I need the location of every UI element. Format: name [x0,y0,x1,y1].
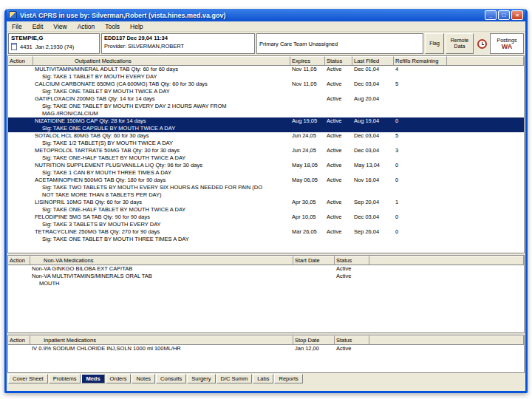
med-sig: Sig: TAKE ONE TABLET BY MOUTH TWICE A DA… [35,88,289,95]
med-name: TETRACYCLINE 250MG TAB Qty: 270 for 90 d… [35,228,289,236]
med-last-filled: Aug 19,04 [352,117,394,132]
med-name-cell: ACETAMINOPHEN 500MG TAB Qty: 180 for 90 … [33,177,290,199]
column-header-outpatient-medications: Outpatient Medications [33,56,290,66]
med-name: METOPROLOL TARTRATE 50MG TAB Qty: 30 for… [35,147,289,154]
nonva-medications-list[interactable]: Non-VA GINKGO BILOBA EXT CAP/TABActiveNo… [8,265,524,332]
med-name-cell: SOTALOL HCL 80MG TAB Qty: 60 for 30 days… [33,132,290,147]
med-last-filled: Dec 03,04 [352,81,394,95]
med-row[interactable]: NUTRITION SUPPLEMENT PLUS/VANILLA LIQ Qt… [8,162,524,177]
nonva-med-row[interactable]: Non-VA GINKGO BILOBA EXT CAP/TABActive [8,265,524,273]
med-filler-cell [447,199,524,214]
med-refills: 0 [394,177,447,199]
med-status: Active [325,117,352,132]
nonva-med-row[interactable]: Non-VA MULTIVITAMINS/MINERALS ORAL TABMO… [8,273,524,287]
med-row[interactable]: SOTALOL HCL 80MG TAB Qty: 60 for 30 days… [8,132,524,147]
column-header-spacer [369,256,524,265]
menu-view[interactable]: View [48,23,72,30]
close-button[interactable]: × [511,10,523,20]
remote-data-button[interactable]: Remote Data [446,33,474,54]
care-team-text: Primary Care Team Unassigned [259,41,338,47]
med-name: CALCIUM CARBONATE 650MG (CA 600MG) TAB Q… [35,81,289,88]
med-status: Active [335,273,369,287]
med-filler-cell [447,147,524,162]
reminders-button[interactable] [475,33,488,54]
med-expires: Nov 11,05 [290,81,325,95]
med-name: Non-VA GINKGO BILOBA EXT CAP/TAB [32,265,292,273]
med-refills: 5 [394,132,447,147]
tab-d-c-summ[interactable]: D/C Summ [216,374,253,383]
inpatient-medications-list[interactable]: IV 0.9% SODIUM CHLORIDE INJ,SOLN 1000 ml… [8,345,524,372]
med-refills: 0 [394,214,447,228]
med-row[interactable]: METOPROLOL TARTRATE 50MG TAB Qty: 30 for… [8,147,524,162]
tab-cover-sheet[interactable]: Cover Sheet [8,374,48,383]
nonva-medications-panel: ActionNon-VA MedicationsStart DateStatus… [7,255,525,333]
tab-meds[interactable]: Meds [81,374,104,383]
minimize-button[interactable]: _ [485,10,497,20]
med-name-cell: LISINOPRIL 10MG TAB Qty: 60 for 30 daysS… [33,199,290,214]
status-strip [7,384,525,391]
menu-tools[interactable]: Tools [100,23,125,30]
postings-button[interactable]: Postings WA [490,33,524,54]
med-status: Active [325,214,352,228]
inpatient-med-row[interactable]: IV 0.9% SODIUM CHLORIDE INJ,SOLN 1000 ml… [8,345,524,352]
column-header-spacer [447,56,524,66]
maximize-button[interactable]: □ [498,10,510,20]
tab-reports[interactable]: Reports [274,374,302,383]
chart-tabs: Cover SheetProblemsMedsOrdersNotesConsul… [7,373,525,384]
menu-help[interactable]: Help [125,23,148,30]
med-sig: MOUTH [32,280,292,287]
med-row[interactable]: ACETAMINOPHEN 500MG TAB Qty: 180 for 90 … [8,177,524,199]
med-status: Active [325,132,352,147]
med-row[interactable]: GATIFLOXACIN 200MG TAB Qty: 14 for 14 da… [8,95,524,117]
outpatient-medications-list[interactable]: MULTIVITAMIN/MINERAL ADULT TAB Qty: 60 f… [8,66,524,253]
med-row[interactable]: TETRACYCLINE 250MG TAB Qty: 270 for 90 d… [8,228,524,243]
med-filler-cell [447,177,524,199]
flag-button[interactable]: Flag [425,33,444,54]
med-sig: Sig: TAKE 1 TABLET BY MOUTH EVERY DAY [35,73,289,81]
med-refills: 5 [394,81,447,95]
med-refills: 0 [394,162,447,177]
menu-edit[interactable]: Edit [27,23,49,30]
postings-label: Postings [497,38,517,43]
postings-value: WA [502,43,513,50]
med-name: Non-VA MULTIVITAMINS/MINERALS ORAL TAB [32,273,292,280]
patient-info-button[interactable]: STEMPIE,G 4431 Jan 2,1930 (74) [8,33,100,54]
med-expires: Nov 11,05 [290,66,325,81]
med-action-cell [8,199,33,214]
tab-surgery[interactable]: Surgery [187,374,215,383]
med-last-filled: Dec 03,04 [352,214,394,228]
med-name: SOTALOL HCL 80MG TAB Qty: 60 for 30 days [35,132,289,140]
med-row[interactable]: FELODIPINE 5MG SA TAB Qty: 90 for 90 day… [8,214,524,228]
tab-problems[interactable]: Problems [49,374,81,383]
menu-action[interactable]: Action [72,23,100,30]
tab-orders[interactable]: Orders [106,374,132,383]
med-name-cell: TETRACYCLINE 250MG TAB Qty: 270 for 90 d… [33,228,290,243]
med-row[interactable]: LISINOPRIL 10MG TAB Qty: 60 for 30 daysS… [8,199,524,214]
tab-notes[interactable]: Notes [132,374,155,383]
med-row[interactable]: MULTIVITAMIN/MINERAL ADULT TAB Qty: 60 f… [8,66,524,81]
med-row[interactable]: NIZATIDINE 150MG CAP Qty: 28 for 14 days… [8,117,524,132]
med-action-cell [8,66,33,81]
visit-info-button[interactable]: EDD137 Dec 29,04 11:34 Provider: SILVERM… [101,33,255,54]
menu-file[interactable]: File [7,23,27,30]
med-row[interactable]: CALCIUM CARBONATE 650MG (CA 600MG) TAB Q… [8,81,524,95]
med-sig: Sig: TAKE ONE-HALF TABLET BY MOUTH TWICE… [35,206,289,214]
inpatient-medications-panel: ActionInpatient MedicationsStop DateStat… [7,335,525,373]
med-status: Active [335,345,369,352]
outpatient-medications-panel: ActionOutpatient MedicationsExpiresStatu… [7,55,525,253]
med-refills: 4 [394,66,447,81]
med-name: FELODIPINE 5MG SA TAB Qty: 90 for 90 day… [35,214,289,221]
tab-labs[interactable]: Labs [253,374,273,383]
visit-location: EDD137 Dec 29,04 11:34 [104,35,252,41]
med-name-cell: GATIFLOXACIN 200MG TAB Qty: 14 for 14 da… [33,95,290,117]
menu-bar: FileEditViewActionToolsHelp [7,21,525,32]
med-sig: Sig: TAKE ONE-HALF TABLET BY MOUTH TWICE… [35,154,289,162]
med-sig: Sig: TAKE 1/2 TABLET(S) BY MOUTH TWICE A… [35,140,289,147]
tab-consults[interactable]: Consults [156,374,186,383]
title-bar[interactable]: VistA CPRS in use by: Silverman,Robert (… [7,9,525,21]
med-action-cell [8,95,33,117]
med-refills: 3 [394,147,447,162]
column-header-action: Action [8,335,30,345]
med-action-cell [8,177,33,199]
column-header-non-va-medications: Non-VA Medications [30,256,293,265]
